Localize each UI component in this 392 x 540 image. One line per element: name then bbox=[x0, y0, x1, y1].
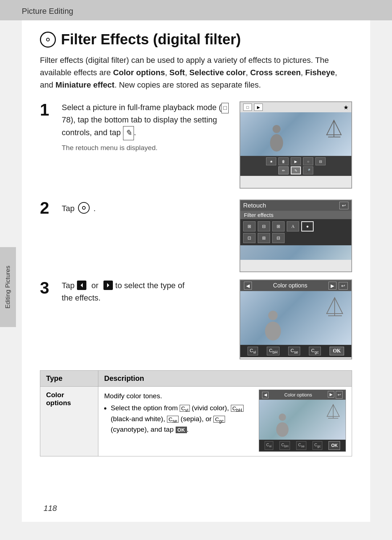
scs-arrow-right[interactable]: ▶ bbox=[328, 391, 334, 398]
bold-fisheye: Fisheye bbox=[305, 68, 335, 77]
scs-photo bbox=[259, 400, 346, 440]
screen-2: Retouch ↩ Filter effects ⊞ ⊟ ⊞ A ● bbox=[240, 200, 352, 272]
co-btn-ok[interactable]: OK bbox=[330, 347, 344, 355]
screen1-toolbar: ★ 🗑 ▶ ○ ⊟ ✏ ✎ 🎤 bbox=[240, 156, 351, 176]
page-background: Picture Editing Editing Pictures Filter … bbox=[0, 0, 392, 540]
desc-cell-color: ◀ Color options ▶ ↩ bbox=[98, 387, 352, 456]
right-arrow-btn[interactable] bbox=[103, 281, 113, 290]
toolbar-mic: 🎤 bbox=[303, 166, 313, 174]
scs-title: Color options bbox=[284, 391, 312, 399]
ficon-4[interactable]: A bbox=[287, 221, 299, 231]
icon-vi: Cvi bbox=[180, 405, 190, 412]
step-2-period: . bbox=[93, 202, 95, 215]
person-silhouette bbox=[266, 124, 287, 153]
retouch-header: Retouch ↩ bbox=[240, 200, 351, 211]
co-arrow-left[interactable]: ◀ bbox=[244, 282, 252, 290]
ficon-5-selected[interactable]: ● bbox=[301, 221, 314, 231]
co-back-btn[interactable]: ↩ bbox=[339, 282, 348, 290]
scs-btn-vi[interactable]: Cvi bbox=[265, 441, 273, 450]
svg-point-5 bbox=[268, 311, 278, 320]
step-2-section: 2 Tap . Retouch ↩ Filter effects bbox=[40, 200, 352, 272]
retouch-title: Retouch bbox=[243, 202, 266, 209]
scs-btn-cy[interactable]: Cgc bbox=[313, 441, 322, 450]
page-title: Filter Effects (digital filter) bbox=[61, 31, 241, 48]
main-content: Filter Effects (digital filter) Filter e… bbox=[22, 20, 370, 522]
co-right-controls: ▶ ↩ bbox=[328, 282, 348, 290]
filter-row-2: ⊡ ⊞ ⊟ bbox=[243, 233, 348, 243]
filter-icons-grid: ⊞ ⊟ ⊞ A ● ⊡ ⊞ ⊟ bbox=[240, 219, 351, 245]
ficon-2[interactable]: ⊟ bbox=[258, 221, 270, 231]
ficon-1[interactable]: ⊞ bbox=[243, 221, 256, 231]
col-description-header: Description bbox=[98, 371, 352, 387]
co-arrow-right[interactable]: ▶ bbox=[328, 282, 336, 290]
table-row-color-options: Coloroptions ◀ Color options ▶ ↩ bbox=[40, 387, 352, 456]
filter-icon-inner bbox=[46, 38, 50, 41]
retouch-back-btn[interactable]: ↩ bbox=[339, 202, 348, 209]
sidebar-label-container: Editing Pictures bbox=[0, 247, 16, 327]
ficon-8[interactable]: ⊟ bbox=[272, 233, 285, 243]
co-btn-cy[interactable]: Cgc bbox=[309, 347, 321, 355]
left-arrow-btn[interactable] bbox=[77, 281, 86, 290]
svg-point-0 bbox=[273, 125, 281, 133]
filter-row-1: ⊞ ⊟ ⊞ A ● bbox=[243, 221, 348, 231]
toolbar-icon-4: ○ bbox=[303, 157, 313, 165]
ficon-3[interactable]: ⊞ bbox=[272, 221, 285, 231]
step-2-filter-icon-inner bbox=[82, 206, 86, 210]
ficon-7[interactable]: ⊞ bbox=[258, 233, 270, 243]
step-3-screen: ◀ Color options ▶ ↩ bbox=[240, 279, 352, 359]
step-3-number: 3 bbox=[40, 278, 49, 297]
step-3-section: 3 Tap or to select the type of the effec… bbox=[40, 279, 352, 359]
table-header-row: Type Description bbox=[40, 371, 352, 387]
toolbar-icon-2: 🗑 bbox=[278, 157, 289, 165]
page-title-row: Filter Effects (digital filter) bbox=[40, 31, 352, 48]
screen1-photo bbox=[240, 112, 351, 156]
sailboat bbox=[325, 119, 343, 138]
step-2-number-wrap: 2 bbox=[40, 200, 53, 216]
filter-effects-icon bbox=[40, 32, 56, 48]
screen-3: ◀ Color options ▶ ↩ bbox=[240, 279, 352, 359]
small-screen-wrap: ◀ Color options ▶ ↩ bbox=[259, 390, 346, 452]
step-2-number: 2 bbox=[40, 198, 49, 217]
toolbar-icon-3: ▶ bbox=[291, 157, 301, 165]
col-type-header: Type bbox=[40, 371, 98, 387]
bold-color-options: Color options bbox=[113, 68, 165, 77]
comma3: , bbox=[246, 68, 250, 77]
filter-effects-label: Filter effects bbox=[240, 211, 351, 219]
bold-selective-color: Selective color bbox=[189, 68, 246, 77]
scs-ok-btn[interactable]: OK bbox=[328, 441, 340, 450]
step-1-text-main: Select a picture in full-frame playback … bbox=[62, 103, 229, 137]
step-1-section: 1 Select a picture in full-frame playbac… bbox=[40, 101, 352, 189]
ok-btn-inline: OK bbox=[176, 427, 187, 433]
bold-cross-screen: Cross screen bbox=[250, 68, 301, 77]
color-person bbox=[260, 310, 286, 342]
icon-bh: CbH bbox=[231, 405, 244, 412]
svg-point-1 bbox=[270, 134, 283, 152]
ficon-6[interactable]: ⊡ bbox=[243, 233, 256, 243]
step-1-number: 1 bbox=[40, 100, 49, 119]
comma4: , bbox=[301, 68, 305, 77]
screen1-top: □ ▶ ★ bbox=[240, 102, 351, 112]
scs-btn-se[interactable]: Cse bbox=[296, 441, 306, 450]
step-1-number-wrap: 1 bbox=[40, 101, 53, 118]
screen2-photo-partial bbox=[240, 245, 351, 260]
step-1-text: Select a picture in full-frame playback … bbox=[62, 101, 231, 153]
step-3-or: or bbox=[91, 281, 99, 290]
screen1-icon-row1: ★ 🗑 ▶ ○ ⊟ bbox=[242, 157, 349, 165]
co-btn-se[interactable]: Cse bbox=[288, 347, 300, 355]
screen1-star: ★ bbox=[343, 104, 348, 111]
co-btn-bw[interactable]: CbH bbox=[267, 347, 279, 355]
toolbar-icon-1: ★ bbox=[266, 157, 276, 165]
step-3-text: Tap or to select the type of the effects… bbox=[62, 279, 231, 304]
co-btn-vi[interactable]: Cvi bbox=[248, 347, 258, 355]
scs-back-btn[interactable]: ↩ bbox=[336, 391, 343, 399]
type-cell-color: Coloroptions bbox=[40, 387, 98, 456]
scs-btn-bw[interactable]: CbH bbox=[279, 441, 290, 450]
scs-right: ▶ ↩ bbox=[328, 391, 343, 399]
step-2-screen: Retouch ↩ Filter effects ⊞ ⊟ ⊞ A ● bbox=[240, 200, 352, 272]
screen1-top-icons: □ ▶ bbox=[243, 104, 263, 111]
step-2-text: Tap . bbox=[62, 200, 231, 215]
breadcrumb-bar: Picture Editing bbox=[0, 0, 392, 20]
scs-person bbox=[273, 413, 292, 438]
scs-arrow-left[interactable]: ◀ bbox=[262, 392, 269, 398]
step-3-tap: Tap bbox=[62, 281, 77, 290]
